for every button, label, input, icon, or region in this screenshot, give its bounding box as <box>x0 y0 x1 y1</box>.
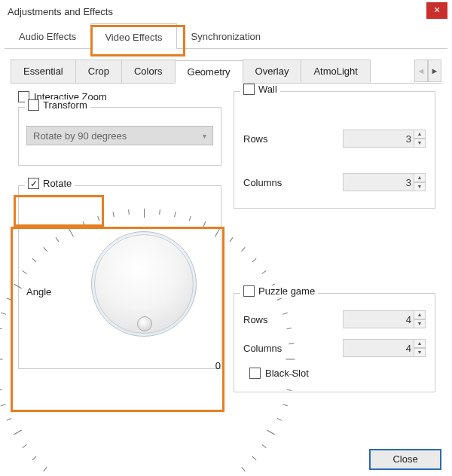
wall-rows-value: 3 <box>406 133 411 145</box>
spinner-down-icon[interactable]: ▼ <box>414 319 426 328</box>
wall-cols-spinner[interactable]: 3 ▲▼ <box>343 173 426 191</box>
puzzle-group: Puzzle game Rows 4 ▲▼ Columns 4 ▲▼ Black… <box>234 293 435 392</box>
tab-crop[interactable]: Crop <box>75 60 122 83</box>
tab-video-effects[interactable]: Video Effects <box>90 23 176 49</box>
puzzle-cols-label: Columns <box>243 343 282 354</box>
tab-essential[interactable]: Essential <box>11 60 76 83</box>
tab-audio-effects[interactable]: Audio Effects <box>5 23 90 48</box>
transform-checkbox[interactable] <box>28 99 39 111</box>
puzzle-checkbox[interactable] <box>243 285 255 297</box>
transform-combo[interactable]: Rotate by 90 degrees ▾ <box>26 126 213 145</box>
puzzle-cols-spinner[interactable]: 4 ▲▼ <box>343 339 426 357</box>
tab-scroll-right[interactable]: ► <box>428 60 441 82</box>
tab-atmolight[interactable]: AtmoLight <box>301 60 371 83</box>
wall-rows-label: Rows <box>243 133 268 145</box>
angle-zero-label: 0 <box>215 360 221 371</box>
tab-scroll-left[interactable]: ◄ <box>414 60 428 82</box>
spinner-down-icon[interactable]: ▼ <box>414 348 426 357</box>
spinner-up-icon[interactable]: ▲ <box>414 310 426 319</box>
primary-tabs: Audio Effects Video Effects Synchronizat… <box>5 23 447 49</box>
spinner-down-icon[interactable]: ▼ <box>414 182 426 191</box>
transform-combo-value: Rotate by 90 degrees <box>33 130 127 142</box>
wall-rows-spinner[interactable]: 3 ▲▼ <box>343 130 426 148</box>
spinner-up-icon[interactable]: ▲ <box>414 339 426 348</box>
wall-checkbox[interactable] <box>243 84 255 95</box>
puzzle-cols-value: 4 <box>406 343 411 354</box>
secondary-tabs: Essential Crop Colors Geometry Overlay A… <box>11 60 441 84</box>
wall-cols-label: Columns <box>243 177 282 188</box>
transform-label: Transform <box>43 99 87 111</box>
black-slot-label: Black Slot <box>265 368 309 379</box>
window-close-button[interactable]: × <box>426 2 447 19</box>
puzzle-rows-spinner[interactable]: 4 ▲▼ <box>343 310 426 328</box>
rotate-label: Rotate <box>43 178 72 189</box>
angle-dial[interactable]: 0 <box>69 209 219 359</box>
spinner-up-icon[interactable]: ▲ <box>414 130 426 139</box>
tab-synchronization[interactable]: Synchronization <box>177 23 276 48</box>
spinner-down-icon[interactable]: ▼ <box>414 139 426 148</box>
black-slot-checkbox[interactable] <box>249 368 261 379</box>
dial-knob[interactable] <box>91 231 197 337</box>
chevron-down-icon: ▾ <box>203 132 206 140</box>
tab-overlay[interactable]: Overlay <box>243 60 302 83</box>
transform-group: Transform Rotate by 90 degrees ▾ <box>18 107 221 166</box>
angle-label: Angle <box>26 286 51 298</box>
rotate-group: ✓ Rotate Angle 0 <box>18 185 221 369</box>
wall-label: Wall <box>258 84 277 95</box>
close-icon: × <box>434 4 440 16</box>
rotate-checkbox[interactable]: ✓ <box>28 178 39 189</box>
spinner-up-icon[interactable]: ▲ <box>414 173 426 182</box>
puzzle-label: Puzzle game <box>258 285 315 297</box>
tab-colors[interactable]: Colors <box>121 60 176 83</box>
dial-indicator <box>137 316 152 331</box>
puzzle-rows-value: 4 <box>406 314 411 325</box>
wall-group: Wall Rows 3 ▲▼ Columns 3 ▲▼ <box>234 91 435 209</box>
window-title: Adjustments and Effects <box>8 6 113 17</box>
close-button[interactable]: Close <box>369 449 441 470</box>
window-titlebar: Adjustments and Effects <box>0 0 452 23</box>
puzzle-rows-label: Rows <box>243 314 268 325</box>
wall-cols-value: 3 <box>406 177 411 188</box>
tab-geometry[interactable]: Geometry <box>175 60 243 84</box>
